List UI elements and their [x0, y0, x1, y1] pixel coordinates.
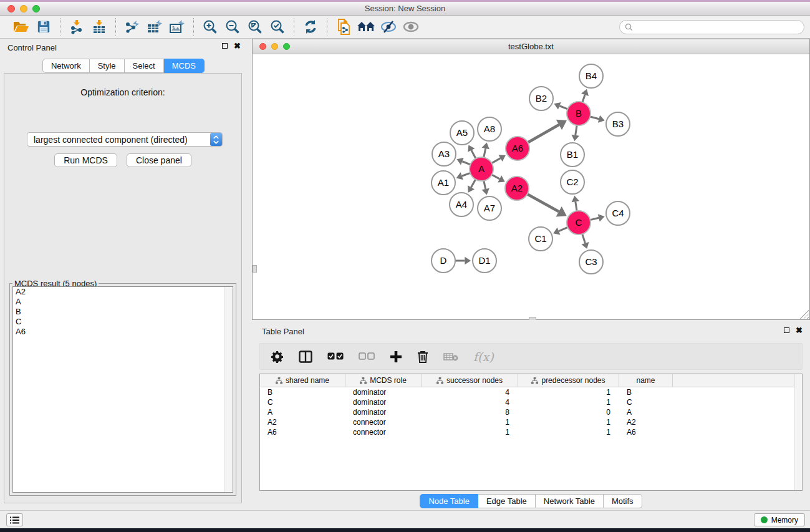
run-mcds-button[interactable]: Run MCDS	[54, 153, 117, 167]
zoom-selected-button[interactable]	[266, 17, 289, 36]
mcds-result-list[interactable]: A2ABCA6	[12, 286, 233, 493]
delete-table-button[interactable]	[443, 347, 458, 366]
graph-edge[interactable]	[576, 125, 577, 135]
network-graph[interactable]: B4B2BB3A8A5A6A3B1AA1C2A2A4A7C4CC1DD1C3	[253, 54, 809, 319]
result-item[interactable]: C	[13, 317, 233, 327]
table-cell[interactable]: 1	[518, 387, 619, 397]
graph-node-A[interactable]: A	[470, 157, 493, 181]
table-cell[interactable]: A6	[619, 427, 673, 437]
export-table-button[interactable]	[143, 17, 166, 36]
network-minimize-button[interactable]	[271, 43, 278, 50]
tab-mcds[interactable]: MCDS	[164, 59, 205, 73]
network-window-titlebar[interactable]: testGlobe.txt	[253, 39, 809, 54]
close-panel-button[interactable]: Close panel	[127, 153, 191, 167]
table-cell[interactable]: A2	[260, 417, 345, 427]
graph-node-D1[interactable]: D1	[473, 249, 496, 273]
graph-node-C3[interactable]: C3	[579, 250, 603, 274]
graph-node-B2[interactable]: B2	[529, 87, 553, 110]
graph-node-C1[interactable]: C1	[529, 227, 552, 251]
graph-edge[interactable]	[582, 95, 585, 102]
close-table-panel-icon[interactable]: ✖	[796, 327, 803, 333]
graph-node-B3[interactable]: B3	[606, 112, 630, 136]
graph-node-A4[interactable]: A4	[450, 193, 473, 216]
close-panel-icon[interactable]: ✖	[234, 43, 241, 49]
table-cell[interactable]: 1	[422, 417, 518, 427]
memory-button[interactable]: Memory	[754, 513, 805, 526]
result-list-scrollbar[interactable]	[224, 287, 233, 492]
table-cell[interactable]: 0	[518, 407, 619, 417]
tab-select[interactable]: Select	[125, 59, 164, 73]
result-item[interactable]: A6	[13, 327, 233, 337]
show-graphics-details-button[interactable]	[400, 17, 422, 36]
graph-node-B1[interactable]: B1	[561, 143, 584, 167]
export-image-button[interactable]	[166, 17, 188, 36]
zoom-out-button[interactable]	[221, 17, 244, 36]
table-row[interactable]: A2connector11A2	[260, 417, 802, 427]
select-all-columns-button[interactable]	[327, 347, 344, 366]
table-scrollbar[interactable]	[794, 374, 802, 490]
graph-node-C4[interactable]: C4	[606, 201, 630, 225]
network-canvas[interactable]: B4B2BB3A8A5A6A3B1AA1C2A2A4A7C4CC1DD1C3	[253, 54, 809, 319]
export-network-button[interactable]	[121, 17, 143, 36]
graph-edge[interactable]	[462, 162, 470, 165]
graph-edge[interactable]	[492, 175, 500, 179]
table-cell[interactable]: B	[260, 387, 345, 397]
apply-layout-button[interactable]	[299, 17, 322, 36]
graph-edge[interactable]	[471, 180, 475, 188]
column-header-predecessor-nodes[interactable]: predecessor nodes	[518, 374, 619, 387]
graph-edge[interactable]	[492, 158, 501, 163]
graph-edge[interactable]	[528, 194, 559, 211]
node-table[interactable]: shared nameMCDS rolesuccessor nodesprede…	[259, 374, 803, 491]
graph-edge[interactable]	[484, 148, 486, 157]
graph-node-C2[interactable]: C2	[561, 170, 584, 194]
table-cell[interactable]: connector	[345, 427, 422, 437]
graph-edge[interactable]	[484, 181, 486, 189]
table-cell[interactable]: C	[619, 397, 673, 407]
import-network-button[interactable]	[65, 17, 88, 36]
tab-style[interactable]: Style	[90, 59, 125, 73]
graph-node-A8[interactable]: A8	[478, 117, 501, 141]
save-session-button[interactable]	[32, 17, 55, 36]
new-network-from-selection-button[interactable]	[332, 17, 355, 36]
tab-network-table[interactable]: Network Table	[536, 494, 604, 508]
show-tasks-button[interactable]	[6, 513, 23, 526]
graph-node-A1[interactable]: A1	[432, 171, 455, 195]
result-item[interactable]: B	[13, 307, 233, 317]
create-new-column-button[interactable]	[390, 347, 402, 366]
result-item[interactable]: A2	[13, 287, 233, 297]
minimize-window-button[interactable]	[20, 5, 27, 12]
graph-edge[interactable]	[559, 106, 567, 109]
tab-network[interactable]: Network	[42, 59, 90, 73]
close-window-button[interactable]	[7, 5, 15, 12]
graph-node-B4[interactable]: B4	[579, 64, 603, 88]
table-cell[interactable]: C	[260, 397, 345, 407]
import-table-button[interactable]	[88, 17, 110, 36]
graph-node-A3[interactable]: A3	[432, 142, 456, 166]
column-header-MCDS-role[interactable]: MCDS role	[345, 374, 422, 387]
table-cell[interactable]: dominator	[345, 407, 422, 417]
table-cell[interactable]: 4	[422, 387, 518, 397]
graph-edge[interactable]	[590, 117, 599, 119]
graph-node-A7[interactable]: A7	[478, 196, 501, 220]
table-cell[interactable]: 1	[518, 427, 619, 437]
zoom-window-button[interactable]	[32, 5, 40, 12]
window-resize-grip[interactable]	[800, 310, 809, 319]
table-cell[interactable]: A6	[260, 427, 345, 437]
table-row[interactable]: Bdominator41B	[260, 387, 802, 397]
deselect-all-columns-button[interactable]	[359, 347, 375, 366]
first-neighbors-button[interactable]	[355, 17, 377, 36]
graph-edge[interactable]	[462, 173, 470, 176]
table-row[interactable]: Cdominator41C	[260, 397, 802, 407]
graph-node-A2[interactable]: A2	[505, 177, 529, 200]
tab-node-table[interactable]: Node Table	[420, 494, 478, 508]
table-cell[interactable]: dominator	[345, 387, 422, 397]
split-table-view-button[interactable]	[299, 347, 312, 366]
table-cell[interactable]: connector	[345, 417, 422, 427]
graph-edge[interactable]	[582, 234, 586, 243]
table-cell[interactable]: A	[260, 407, 345, 417]
float-table-panel-icon[interactable]	[784, 327, 789, 333]
tab-edge-table[interactable]: Edge Table	[478, 494, 536, 508]
open-session-button[interactable]	[10, 17, 32, 36]
tab-motifs[interactable]: Motifs	[604, 494, 642, 508]
search-box[interactable]	[619, 20, 804, 34]
